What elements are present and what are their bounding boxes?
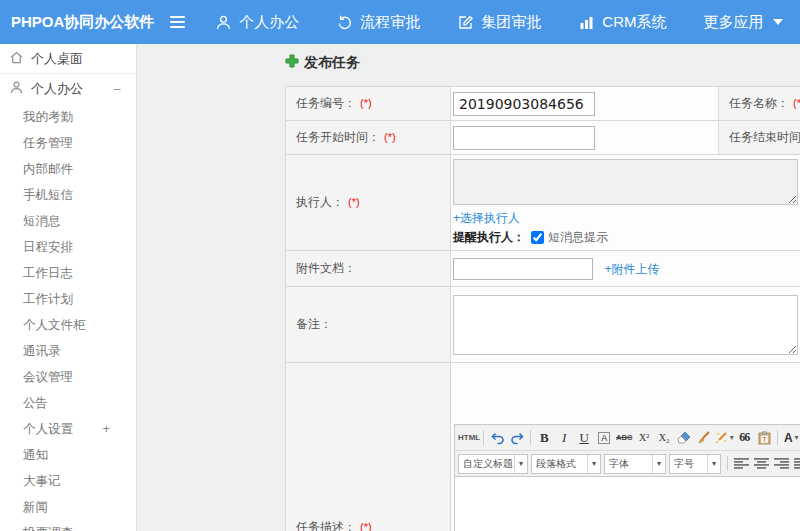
editor-content[interactable]	[455, 477, 800, 531]
nav-crm[interactable]: CRM系统	[578, 13, 666, 32]
caret-down-icon	[773, 19, 783, 25]
paste-word-icon: T	[758, 431, 771, 445]
sidebar-item-short-message[interactable]: 短消息	[0, 208, 136, 234]
sidebar-item-personal-settings[interactable]: 个人设置 +	[0, 416, 136, 442]
task-number-field-cell	[451, 87, 719, 121]
blockquote-button[interactable]: 66	[734, 428, 754, 448]
format-brush-button[interactable]	[694, 428, 714, 448]
executor-label-cell: 执行人：(*)	[286, 155, 451, 251]
remark-textarea[interactable]	[453, 295, 798, 355]
sidebar-item-vote[interactable]: 投票调查	[0, 520, 136, 531]
app-root: PHPOA协同办公软件 个人办公 流程审批	[0, 0, 800, 531]
auto-typeset-button[interactable]: ▾	[714, 428, 734, 448]
undo-button[interactable]	[487, 428, 507, 448]
custom-title-select[interactable]: 自定义标题▾	[458, 454, 528, 474]
choose-executor-link[interactable]: +选择执行人	[453, 211, 520, 225]
caret-down-icon: ▾	[514, 455, 527, 473]
nav-flow-approval[interactable]: 流程审批	[336, 13, 420, 32]
paste-from-word-button[interactable]: T	[754, 428, 774, 448]
sidebar-item-file-cabinet[interactable]: 个人文件柜	[0, 312, 136, 338]
task-name-label-cell: 任务名称：(*)	[719, 87, 800, 121]
main-content: 发布任务 任务编号：(*) 任务名称：(*)	[137, 44, 800, 531]
paragraph-format-select[interactable]: 段落格式▾	[531, 454, 601, 474]
task-number-label-cell: 任务编号：(*)	[286, 87, 451, 121]
expand-icon[interactable]: +	[102, 416, 110, 442]
sidebar-item-contacts[interactable]: 通讯录	[0, 338, 136, 364]
align-justify-button[interactable]	[791, 454, 800, 474]
html-source-button[interactable]: HTML	[458, 428, 480, 448]
nav-label: 集团审批	[481, 13, 541, 32]
sms-remind-label: 短消息提示	[548, 229, 608, 246]
sidebar-item-desktop[interactable]: 个人桌面	[0, 44, 136, 74]
align-right-button[interactable]	[771, 454, 791, 474]
required-mark: (*)	[360, 521, 372, 531]
task-number-input[interactable]	[453, 92, 595, 116]
strikethrough-button[interactable]: ABC	[614, 428, 634, 448]
align-center-button[interactable]	[751, 454, 771, 474]
sidebar-group-personal-office[interactable]: 个人办公 −	[0, 74, 136, 104]
form-row-attachment: 附件文档： +附件上传	[286, 251, 800, 287]
executor-textarea[interactable]	[453, 159, 798, 205]
redo-button[interactable]	[507, 428, 527, 448]
sidebar-item-announcement[interactable]: 公告	[0, 390, 136, 416]
sidebar-item-memorabilia[interactable]: 大事记	[0, 468, 136, 494]
font-color-button[interactable]: A ▾	[781, 428, 800, 448]
font-size-select[interactable]: 字号▾	[669, 454, 721, 474]
nav-more-apps[interactable]: 更多应用	[704, 13, 783, 32]
italic-button[interactable]: I	[554, 428, 574, 448]
sidebar-submenu: 我的考勤 任务管理 内部邮件 手机短信 短消息 日程安排 工作日志 工作计划 个…	[0, 104, 136, 531]
font-family-select[interactable]: 字体▾	[604, 454, 666, 474]
start-time-label-cell: 任务开始时间：(*)	[286, 121, 451, 155]
sidebar-item-task-management[interactable]: 任务管理	[0, 130, 136, 156]
hamburger-icon[interactable]	[170, 16, 185, 28]
edit-square-icon	[457, 14, 474, 31]
align-left-button[interactable]	[731, 454, 751, 474]
svg-text:T: T	[762, 436, 767, 443]
start-time-field-cell	[451, 121, 719, 155]
attachment-input[interactable]	[453, 258, 593, 280]
page-title-row: 发布任务	[285, 53, 800, 73]
subscript-button[interactable]: X₂	[654, 428, 674, 448]
nav-personal-office[interactable]: 个人办公	[215, 13, 299, 32]
attachment-field-cell: +附件上传	[451, 251, 800, 287]
task-form: 任务编号：(*) 任务名称：(*) 任务开始时间：(*)	[285, 86, 800, 531]
collapse-icon[interactable]: −	[113, 81, 121, 97]
sidebar: 个人桌面 个人办公 − 我的考勤 任务管理 内部邮件 手机短信 短消息 日程安排…	[0, 44, 137, 531]
sidebar-item-meeting[interactable]: 会议管理	[0, 364, 136, 390]
user-icon	[9, 80, 24, 98]
sidebar-item-internal-mail[interactable]: 内部邮件	[0, 156, 136, 182]
home-icon	[9, 50, 24, 68]
end-time-label-cell: 任务结束时间：(*)	[719, 121, 800, 155]
superscript-button[interactable]: X²	[634, 428, 654, 448]
underline-button[interactable]: U	[574, 428, 594, 448]
topbar: PHPOA协同办公软件 个人办公 流程审批	[0, 0, 800, 44]
sidebar-item-work-log[interactable]: 工作日志	[0, 260, 136, 286]
caret-down-icon: ▾	[707, 455, 720, 473]
sidebar-item-label: 个人桌面	[31, 50, 83, 68]
bold-button[interactable]: B	[534, 428, 554, 448]
attachment-upload-link[interactable]: +附件上传	[604, 262, 659, 276]
nav-label: 流程审批	[360, 13, 420, 32]
nav-label: 个人办公	[239, 13, 299, 32]
align-justify-icon	[794, 458, 800, 469]
redo-icon	[510, 431, 525, 445]
sidebar-item-notice[interactable]: 通知	[0, 442, 136, 468]
editor-toolbar-row2: 自定义标题▾ 段落格式▾ 字体▾ 字号▾	[455, 451, 800, 477]
sidebar-item-news[interactable]: 新闻	[0, 494, 136, 520]
nav-label: 更多应用	[704, 13, 764, 32]
sidebar-item-work-plan[interactable]: 工作计划	[0, 286, 136, 312]
form-row-executor: 执行人：(*) +选择执行人 提醒执行人： 短消息提示	[286, 155, 800, 251]
sidebar-item-sms[interactable]: 手机短信	[0, 182, 136, 208]
required-mark: (*)	[384, 131, 396, 143]
eraser-button[interactable]	[674, 428, 694, 448]
undo-icon	[490, 431, 505, 445]
char-border-button[interactable]: A	[594, 428, 614, 448]
sidebar-item-attendance[interactable]: 我的考勤	[0, 104, 136, 130]
sidebar-item-schedule[interactable]: 日程安排	[0, 234, 136, 260]
sms-remind-checkbox[interactable]	[531, 231, 544, 244]
form-row-time: 任务开始时间：(*) 任务结束时间：(*)	[286, 121, 800, 155]
required-mark: (*)	[360, 97, 372, 109]
nav-group-approval[interactable]: 集团审批	[457, 13, 541, 32]
remark-field-cell	[451, 287, 800, 363]
start-time-input[interactable]	[453, 126, 595, 150]
